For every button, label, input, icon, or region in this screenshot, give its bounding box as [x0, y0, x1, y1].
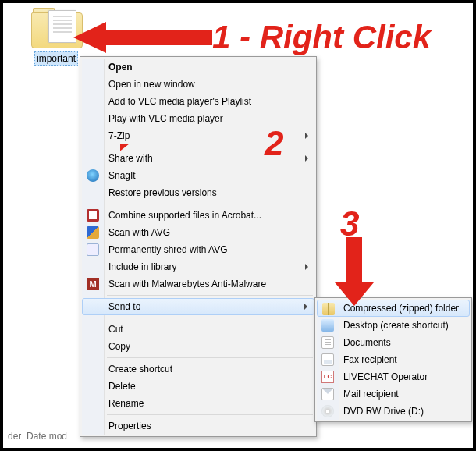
menu-include-library[interactable]: Include in library	[82, 258, 314, 275]
submenu-arrow-icon	[305, 133, 308, 139]
menu-create-shortcut[interactable]: Create shortcut	[82, 360, 314, 378]
annotation-step3-text: 3	[340, 204, 359, 243]
menu-rename[interactable]: Rename	[82, 395, 314, 412]
avg-icon	[87, 226, 99, 239]
livechat-icon: LC	[321, 371, 334, 383]
acrobat-icon	[87, 209, 99, 222]
menu-7zip[interactable]: 7-Zip	[82, 127, 314, 144]
menu-separator	[107, 147, 313, 147]
zip-folder-icon	[322, 303, 335, 315]
shred-icon	[87, 243, 99, 256]
submenu-arrow-icon	[305, 264, 308, 270]
menu-shred-avg[interactable]: Permanently shred with AVG	[82, 241, 314, 258]
documents-icon	[321, 336, 334, 349]
menu-send-to[interactable]: Send to	[82, 298, 314, 315]
sendto-zip[interactable]: Compressed (zipped) folder	[317, 300, 470, 317]
sendto-documents[interactable]: Documents	[317, 334, 470, 351]
dvd-drive-icon	[321, 405, 334, 417]
sendto-dvd[interactable]: DVD RW Drive (D:)	[317, 403, 470, 420]
menu-open[interactable]: Open	[82, 59, 314, 76]
snagit-icon	[87, 169, 99, 182]
menu-copy[interactable]: Copy	[82, 338, 314, 355]
sendto-mail[interactable]: Mail recipient	[317, 385, 470, 403]
svg-marker-2	[335, 237, 374, 306]
annotation-step1-text: 1 - Right Click	[212, 19, 431, 56]
mbam-icon: M	[87, 278, 99, 290]
mail-icon	[321, 388, 334, 400]
menu-separator	[107, 414, 313, 415]
explorer-window: important Open Open in new window Add to…	[3, 3, 473, 448]
menu-separator	[107, 357, 313, 358]
menu-vlc-add[interactable]: Add to VLC media player's Playlist	[82, 93, 314, 110]
menu-acrobat-combine[interactable]: Combine supported files in Acrobat...	[82, 207, 314, 224]
folder-icon	[31, 8, 81, 48]
menu-restore-versions[interactable]: Restore previous versions	[82, 184, 314, 201]
menu-vlc-play[interactable]: Play with VLC media player	[82, 110, 314, 127]
menu-open-new-window[interactable]: Open in new window	[82, 76, 314, 93]
sendto-livechat[interactable]: LCLIVECHAT Operator	[317, 368, 470, 385]
menu-separator	[107, 204, 313, 204]
menu-scan-avg[interactable]: Scan with AVG	[82, 224, 314, 241]
submenu-arrow-icon	[305, 155, 308, 162]
menu-separator	[107, 295, 313, 296]
desktop-icon	[321, 319, 334, 332]
menu-cut[interactable]: Cut	[82, 321, 314, 338]
sendto-submenu: Compressed (zipped) folder Desktop (crea…	[314, 297, 472, 422]
details-pane-fragment: der Date mod	[8, 431, 67, 442]
folder-label: important	[34, 51, 78, 66]
svg-marker-0	[73, 22, 212, 53]
folder-item[interactable]: important	[25, 8, 87, 68]
menu-snagit[interactable]: SnagIt	[82, 167, 314, 184]
fax-icon	[321, 353, 334, 366]
sendto-fax[interactable]: Fax recipient	[317, 351, 470, 368]
screenshot-frame: important Open Open in new window Add to…	[0, 0, 476, 451]
context-menu: Open Open in new window Add to VLC media…	[80, 56, 317, 437]
menu-scan-mbam[interactable]: MScan with Malwarebytes Anti-Malware	[82, 275, 314, 293]
menu-properties[interactable]: Properties	[82, 417, 314, 435]
menu-share-with[interactable]: Share with	[82, 150, 314, 167]
submenu-arrow-icon	[304, 304, 307, 310]
menu-delete[interactable]: Delete	[82, 378, 314, 395]
menu-separator	[107, 318, 313, 318]
sendto-desktop[interactable]: Desktop (create shortcut)	[317, 317, 470, 334]
